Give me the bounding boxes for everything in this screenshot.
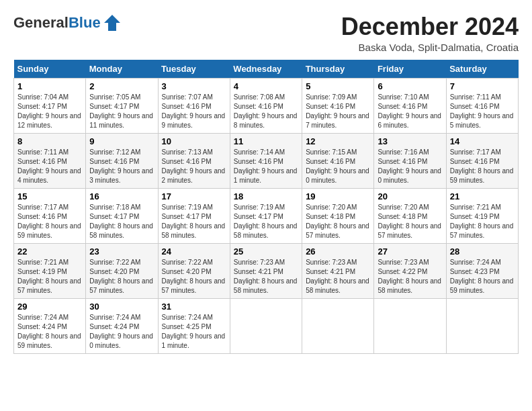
calendar-cell (374, 298, 446, 353)
month-title: December 2024 (341, 13, 519, 40)
day-number: 31 (162, 302, 226, 312)
calendar-cell (446, 298, 518, 353)
day-info: Sunrise: 7:13 AM Sunset: 4:16 PM Dayligh… (162, 148, 226, 185)
day-header-saturday: Saturday (446, 60, 518, 79)
svg-marker-0 (104, 15, 120, 31)
calendar-cell: 23 Sunrise: 7:22 AM Sunset: 4:20 PM Dayl… (86, 243, 158, 298)
day-number: 18 (234, 191, 298, 201)
day-number: 4 (234, 81, 298, 91)
day-number: 23 (89, 246, 154, 257)
day-info: Sunrise: 7:22 AM Sunset: 4:20 PM Dayligh… (162, 258, 226, 295)
calendar-cell: 7 Sunrise: 7:11 AM Sunset: 4:16 PM Dayli… (446, 78, 518, 133)
calendar-cell (302, 298, 374, 353)
calendar-cell: 6 Sunrise: 7:10 AM Sunset: 4:16 PM Dayli… (374, 78, 446, 133)
calendar-cell: 14 Sunrise: 7:17 AM Sunset: 4:16 PM Dayl… (446, 133, 518, 188)
day-info: Sunrise: 7:21 AM Sunset: 4:19 PM Dayligh… (450, 203, 515, 240)
logo-general-text: General (13, 14, 69, 31)
calendar-cell: 30 Sunrise: 7:24 AM Sunset: 4:24 PM Dayl… (86, 298, 158, 353)
calendar-cell: 31 Sunrise: 7:24 AM Sunset: 4:25 PM Dayl… (158, 298, 230, 353)
title-area: December 2024 Baska Voda, Split-Dalmatia… (341, 13, 519, 53)
day-header-friday: Friday (374, 60, 446, 79)
day-header-thursday: Thursday (302, 60, 374, 79)
calendar-cell: 8 Sunrise: 7:11 AM Sunset: 4:16 PM Dayli… (14, 133, 86, 188)
day-number: 24 (162, 246, 226, 257)
calendar-week-4: 22 Sunrise: 7:21 AM Sunset: 4:19 PM Dayl… (14, 243, 519, 298)
calendar-week-2: 8 Sunrise: 7:11 AM Sunset: 4:16 PM Dayli… (14, 133, 519, 188)
logo-icon (103, 13, 122, 32)
day-number: 19 (306, 191, 370, 201)
day-info: Sunrise: 7:20 AM Sunset: 4:18 PM Dayligh… (306, 203, 370, 240)
calendar-cell (230, 298, 302, 353)
logo: GeneralBlue (13, 13, 122, 32)
day-number: 8 (17, 136, 82, 146)
calendar-cell: 1 Sunrise: 7:04 AM Sunset: 4:17 PM Dayli… (14, 78, 86, 133)
day-info: Sunrise: 7:17 AM Sunset: 4:16 PM Dayligh… (17, 203, 82, 240)
day-number: 12 (306, 136, 370, 146)
day-info: Sunrise: 7:23 AM Sunset: 4:21 PM Dayligh… (306, 258, 370, 295)
day-number: 28 (450, 246, 515, 257)
day-info: Sunrise: 7:11 AM Sunset: 4:16 PM Dayligh… (450, 93, 515, 130)
day-number: 9 (89, 136, 154, 146)
day-number: 1 (17, 81, 82, 91)
calendar-cell: 20 Sunrise: 7:20 AM Sunset: 4:18 PM Dayl… (374, 188, 446, 243)
day-header-wednesday: Wednesday (230, 60, 302, 79)
calendar-cell: 15 Sunrise: 7:17 AM Sunset: 4:16 PM Dayl… (14, 188, 86, 243)
calendar-cell: 3 Sunrise: 7:07 AM Sunset: 4:16 PM Dayli… (158, 78, 230, 133)
calendar-cell: 10 Sunrise: 7:13 AM Sunset: 4:16 PM Dayl… (158, 133, 230, 188)
calendar-cell: 25 Sunrise: 7:23 AM Sunset: 4:21 PM Dayl… (230, 243, 302, 298)
logo-blue-text: Blue (69, 14, 101, 31)
day-number: 2 (89, 81, 154, 91)
location: Baska Voda, Split-Dalmatia, Croatia (341, 42, 519, 53)
day-number: 26 (306, 246, 370, 257)
day-info: Sunrise: 7:24 AM Sunset: 4:24 PM Dayligh… (17, 313, 82, 351)
calendar-cell: 26 Sunrise: 7:23 AM Sunset: 4:21 PM Dayl… (302, 243, 374, 298)
day-info: Sunrise: 7:21 AM Sunset: 4:19 PM Dayligh… (17, 258, 82, 295)
day-info: Sunrise: 7:17 AM Sunset: 4:16 PM Dayligh… (450, 148, 515, 185)
calendar-week-3: 15 Sunrise: 7:17 AM Sunset: 4:16 PM Dayl… (14, 188, 519, 243)
day-info: Sunrise: 7:08 AM Sunset: 4:16 PM Dayligh… (234, 93, 298, 130)
calendar-week-1: 1 Sunrise: 7:04 AM Sunset: 4:17 PM Dayli… (14, 78, 519, 133)
calendar-cell: 16 Sunrise: 7:18 AM Sunset: 4:17 PM Dayl… (86, 188, 158, 243)
calendar-cell: 17 Sunrise: 7:19 AM Sunset: 4:17 PM Dayl… (158, 188, 230, 243)
day-info: Sunrise: 7:24 AM Sunset: 4:25 PM Dayligh… (162, 313, 226, 351)
day-number: 14 (450, 136, 515, 146)
day-info: Sunrise: 7:12 AM Sunset: 4:16 PM Dayligh… (89, 148, 154, 185)
calendar-cell: 18 Sunrise: 7:19 AM Sunset: 4:17 PM Dayl… (230, 188, 302, 243)
day-number: 7 (450, 81, 515, 91)
day-number: 11 (234, 136, 298, 146)
day-info: Sunrise: 7:16 AM Sunset: 4:16 PM Dayligh… (378, 148, 442, 185)
day-info: Sunrise: 7:10 AM Sunset: 4:16 PM Dayligh… (378, 93, 442, 130)
day-info: Sunrise: 7:04 AM Sunset: 4:17 PM Dayligh… (17, 93, 82, 130)
day-number: 10 (162, 136, 226, 146)
calendar-cell: 11 Sunrise: 7:14 AM Sunset: 4:16 PM Dayl… (230, 133, 302, 188)
calendar-cell: 29 Sunrise: 7:24 AM Sunset: 4:24 PM Dayl… (14, 298, 86, 353)
day-number: 15 (17, 191, 82, 201)
calendar-cell: 28 Sunrise: 7:24 AM Sunset: 4:23 PM Dayl… (446, 243, 518, 298)
day-info: Sunrise: 7:22 AM Sunset: 4:20 PM Dayligh… (89, 258, 154, 295)
day-number: 25 (234, 246, 298, 257)
day-info: Sunrise: 7:18 AM Sunset: 4:17 PM Dayligh… (89, 203, 154, 240)
calendar-cell: 21 Sunrise: 7:21 AM Sunset: 4:19 PM Dayl… (446, 188, 518, 243)
day-info: Sunrise: 7:11 AM Sunset: 4:16 PM Dayligh… (17, 148, 82, 185)
calendar-week-5: 29 Sunrise: 7:24 AM Sunset: 4:24 PM Dayl… (14, 298, 519, 353)
day-info: Sunrise: 7:19 AM Sunset: 4:17 PM Dayligh… (162, 203, 226, 240)
day-info: Sunrise: 7:24 AM Sunset: 4:23 PM Dayligh… (450, 258, 515, 295)
day-info: Sunrise: 7:24 AM Sunset: 4:24 PM Dayligh… (89, 313, 154, 351)
calendar-cell: 22 Sunrise: 7:21 AM Sunset: 4:19 PM Dayl… (14, 243, 86, 298)
day-info: Sunrise: 7:14 AM Sunset: 4:16 PM Dayligh… (234, 148, 298, 185)
day-number: 27 (378, 246, 442, 257)
calendar-cell: 9 Sunrise: 7:12 AM Sunset: 4:16 PM Dayli… (86, 133, 158, 188)
day-number: 16 (89, 191, 154, 201)
calendar-cell: 27 Sunrise: 7:23 AM Sunset: 4:22 PM Dayl… (374, 243, 446, 298)
day-header-tuesday: Tuesday (158, 60, 230, 79)
day-info: Sunrise: 7:09 AM Sunset: 4:16 PM Dayligh… (306, 93, 370, 130)
calendar-table: SundayMondayTuesdayWednesdayThursdayFrid… (13, 60, 519, 354)
day-info: Sunrise: 7:05 AM Sunset: 4:17 PM Dayligh… (89, 93, 154, 130)
day-info: Sunrise: 7:23 AM Sunset: 4:22 PM Dayligh… (378, 258, 442, 295)
calendar-cell: 12 Sunrise: 7:15 AM Sunset: 4:16 PM Dayl… (302, 133, 374, 188)
calendar-cell: 24 Sunrise: 7:22 AM Sunset: 4:20 PM Dayl… (158, 243, 230, 298)
calendar-cell: 2 Sunrise: 7:05 AM Sunset: 4:17 PM Dayli… (86, 78, 158, 133)
day-info: Sunrise: 7:15 AM Sunset: 4:16 PM Dayligh… (306, 148, 370, 185)
day-number: 5 (306, 81, 370, 91)
calendar-cell: 4 Sunrise: 7:08 AM Sunset: 4:16 PM Dayli… (230, 78, 302, 133)
